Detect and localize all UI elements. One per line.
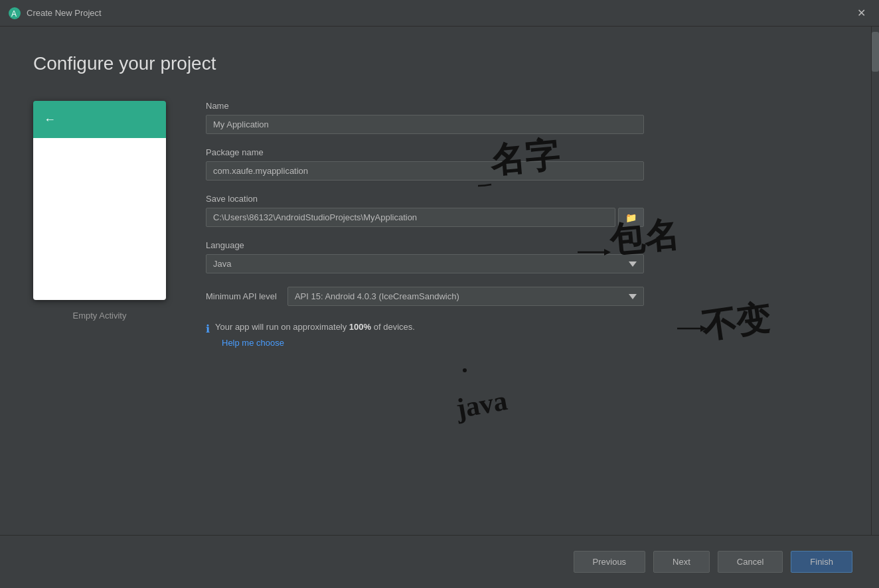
save-location-group: Save location 📁 — [206, 194, 644, 227]
api-row: Minimum API level API 15: Android 4.0.3 … — [206, 287, 644, 306]
name-group: Name — [206, 101, 644, 134]
page-title: Configure your project — [33, 53, 846, 74]
save-input-row: 📁 — [206, 208, 644, 227]
scrollbar-track — [871, 27, 879, 535]
info-text: Your app will run on approximately 100% … — [215, 322, 415, 332]
info-icon: ℹ — [206, 323, 210, 335]
next-button[interactable]: Next — [653, 551, 710, 573]
api-select[interactable]: API 15: Android 4.0.3 (IceCreamSandwich)… — [287, 287, 644, 306]
preview-panel: ← Empty Activity — [33, 101, 166, 348]
info-text-before: Your app will run on approximately — [215, 322, 349, 332]
save-label: Save location — [206, 194, 644, 204]
main-content: Configure your project ← Empty Activity … — [0, 27, 879, 535]
back-arrow-icon: ← — [44, 113, 56, 127]
scrollbar-thumb[interactable] — [872, 32, 879, 72]
finish-button[interactable]: Finish — [791, 551, 852, 573]
app-icon: A — [8, 7, 21, 20]
info-section: ℹ Your app will run on approximately 100… — [206, 319, 644, 348]
package-label: Package name — [206, 147, 644, 157]
name-input[interactable] — [206, 115, 644, 134]
cancel-button[interactable]: Cancel — [718, 551, 783, 573]
content-area: ← Empty Activity Name Package name Save … — [33, 101, 846, 348]
folder-button[interactable]: 📁 — [618, 208, 644, 227]
info-row: ℹ Your app will run on approximately 100… — [206, 322, 644, 335]
phone-mockup: ← — [33, 101, 166, 300]
previous-button[interactable]: Previous — [574, 551, 646, 573]
phone-body — [33, 138, 166, 300]
save-location-input[interactable] — [206, 208, 615, 227]
language-group: Language Java Kotlin — [206, 240, 644, 273]
title-bar-left: A Create New Project — [8, 7, 102, 20]
form-panel: Name Package name Save location 📁 Langua… — [206, 101, 644, 348]
api-label: Minimum API level — [206, 291, 277, 301]
api-select-container: API 15: Android 4.0.3 (IceCreamSandwich)… — [287, 287, 644, 306]
language-select[interactable]: Java Kotlin — [206, 254, 644, 273]
svg-text:A: A — [11, 9, 17, 19]
phone-header: ← — [33, 101, 166, 138]
name-label: Name — [206, 101, 644, 111]
bottom-bar: Previous Next Cancel Finish — [0, 535, 879, 588]
help-link[interactable]: Help me choose — [222, 338, 644, 348]
window-title: Create New Project — [27, 8, 102, 18]
info-percent: 100% — [349, 322, 371, 332]
close-button[interactable]: ✕ — [852, 4, 871, 22]
title-bar: A Create New Project ✕ — [0, 0, 879, 27]
package-group: Package name — [206, 147, 644, 181]
activity-label: Empty Activity — [73, 311, 127, 321]
language-label: Language — [206, 240, 644, 250]
info-text-after: of devices. — [371, 322, 415, 332]
package-input[interactable] — [206, 161, 644, 181]
